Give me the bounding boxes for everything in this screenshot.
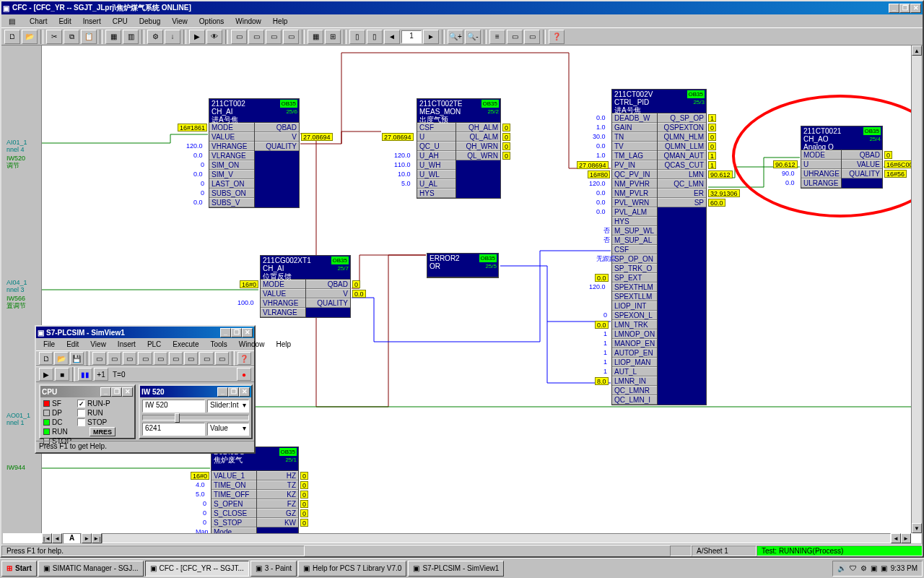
- tray-icon[interactable]: ⚙: [860, 564, 867, 572]
- output-pin[interactable]: QH_ALM: [456, 123, 500, 132]
- save-icon[interactable]: 💾: [70, 352, 84, 365]
- input-pin[interactable]: VALUE: [209, 132, 254, 142]
- chart-icon[interactable]: ▥: [123, 30, 139, 44]
- input-pin[interactable]: HYS: [612, 217, 657, 226]
- input-pin[interactable]: TN: [612, 132, 657, 142]
- output-pin[interactable]: V: [306, 289, 350, 298]
- zoom-in-icon[interactable]: 🔍+: [448, 30, 463, 44]
- minimize-button[interactable]: _: [889, 4, 899, 13]
- iw-format-select[interactable]: Slider:Int▾: [207, 400, 249, 413]
- input-pin[interactable]: SP_EXT: [612, 273, 657, 282]
- input-pin[interactable]: LIOP_INT: [612, 301, 657, 311]
- menu-help[interactable]: Help: [271, 340, 295, 349]
- menu-edit[interactable]: Edit: [62, 340, 83, 349]
- menu-insert[interactable]: Insert: [113, 340, 140, 349]
- input-pin[interactable]: VLRANGE: [261, 308, 305, 317]
- step-icon[interactable]: +1: [94, 368, 108, 381]
- start-button[interactable]: ⊞ Start: [1, 561, 37, 577]
- first-sheet-icon[interactable]: |◄: [42, 533, 52, 543]
- prev-icon[interactable]: ◄: [384, 30, 400, 44]
- input-pin[interactable]: GAIN: [612, 123, 657, 132]
- next-sheet-icon[interactable]: ►: [82, 533, 92, 543]
- tb-icon[interactable]: ▭: [138, 352, 152, 365]
- minimize-button[interactable]: _: [220, 328, 231, 337]
- test-icon[interactable]: ▶: [189, 30, 205, 44]
- input-pin[interactable]: M_SUP_AL: [612, 236, 657, 245]
- next-icon[interactable]: ►: [423, 30, 439, 44]
- maximize-button[interactable]: ❐: [228, 387, 239, 397]
- input-pin[interactable]: U: [801, 160, 841, 169]
- tb-icon[interactable]: ▭: [231, 30, 247, 44]
- checkbox-run-p[interactable]: ✓: [77, 400, 85, 407]
- input-pin[interactable]: SUBS_V: [209, 198, 254, 207]
- input-pin[interactable]: NM_PVHR: [612, 179, 657, 189]
- input-pin[interactable]: PVL_WRN: [612, 198, 657, 207]
- help-icon[interactable]: ❓: [237, 352, 251, 365]
- margin-tag[interactable]: AO01_1nnel 1: [6, 411, 38, 426]
- menu-plc[interactable]: PLC: [143, 340, 165, 349]
- iw-address-field[interactable]: IW 520: [142, 400, 205, 413]
- function-block[interactable]: D9DI3DO焦炉废气OB3525/1VALUE_1TIME_ONTIME_OF…: [211, 447, 299, 533]
- clock[interactable]: 9:33 PM: [891, 564, 918, 572]
- checkbox-stop[interactable]: [77, 418, 85, 426]
- output-pin[interactable]: KZ: [257, 490, 298, 499]
- input-pin[interactable]: LMNR_IN: [612, 376, 657, 386]
- page-field[interactable]: 1: [401, 30, 422, 43]
- output-pin[interactable]: GZ: [257, 509, 298, 518]
- tb-icon[interactable]: ≡: [489, 30, 505, 44]
- tb-icon[interactable]: ▭: [184, 352, 198, 365]
- input-pin[interactable]: VHRANGE: [261, 298, 305, 308]
- input-pin[interactable]: U_WH: [417, 160, 456, 170]
- input-pin[interactable]: UHRANGE: [801, 169, 841, 178]
- stop-icon[interactable]: ■: [55, 368, 69, 381]
- input-pin[interactable]: VALUE: [261, 289, 305, 298]
- input-pin[interactable]: TV: [612, 142, 657, 151]
- input-pin[interactable]: MANOP_EN: [612, 339, 657, 348]
- help-icon[interactable]: ❓: [549, 30, 565, 44]
- input-pin[interactable]: CSF: [612, 245, 657, 254]
- output-pin[interactable]: HZ: [257, 471, 298, 480]
- input-pin[interactable]: S_OPEN: [212, 499, 256, 509]
- menu-options[interactable]: Options: [195, 17, 228, 26]
- taskbar-item[interactable]: ▣CFC - [CFC_YR -- SGJT...: [145, 561, 249, 577]
- cfc-titlebar[interactable]: ▣ CFC - [CFC_YR -- SGJT_JLprj\焦炉煤气系统 ONL…: [1, 1, 923, 14]
- iw-titlebar[interactable]: IW 520 _ ❐ ✕: [140, 386, 251, 397]
- input-pin[interactable]: ULRANGE: [801, 178, 841, 188]
- menu-edit[interactable]: Edit: [54, 17, 75, 26]
- taskbar-item[interactable]: ▣3 - Paint: [250, 561, 297, 577]
- overview-icon[interactable]: ⊞: [325, 30, 341, 44]
- output-pin[interactable]: QL_WRN: [456, 151, 500, 160]
- menu-execute[interactable]: Execute: [168, 340, 203, 349]
- iw-vformat-select[interactable]: Value▾: [207, 423, 249, 436]
- close-button[interactable]: ✕: [910, 4, 921, 13]
- output-pin[interactable]: QLMN_HLM: [658, 132, 706, 142]
- input-pin[interactable]: LAST_ON: [209, 179, 254, 189]
- close-button[interactable]: ✕: [239, 387, 250, 397]
- menu-chart[interactable]: Chart: [25, 17, 51, 26]
- input-pin[interactable]: SPEXON_L: [612, 311, 657, 320]
- output-pin[interactable]: QCAS_CUT: [658, 160, 706, 170]
- menu-insert[interactable]: Insert: [79, 17, 105, 26]
- input-pin[interactable]: TIME_OFF: [212, 490, 256, 499]
- output-pin[interactable]: QBAD: [842, 150, 882, 160]
- input-pin[interactable]: LIOP_MAN: [612, 358, 657, 367]
- output-pin[interactable]: QMAN_AUT: [658, 151, 706, 160]
- input-pin[interactable]: M_SUP_WL: [612, 226, 657, 236]
- scroll-down-icon[interactable]: ▼: [912, 523, 922, 533]
- mdi-icon[interactable]: ▤: [4, 17, 19, 26]
- plcsim-titlebar[interactable]: ▣ S7-PLCSIM - SimView1 _ ❐ ✕: [36, 327, 254, 338]
- input-pin[interactable]: S_STOP: [212, 518, 256, 527]
- tb-icon[interactable]: ▭: [266, 30, 282, 44]
- plcsim-window[interactable]: ▣ S7-PLCSIM - SimView1 _ ❐ ✕ FileEditVie…: [35, 325, 256, 454]
- menu-help[interactable]: Help: [269, 17, 292, 26]
- function-block[interactable]: ERROR2OROB3525/5: [427, 253, 499, 278]
- taskbar-item[interactable]: ▣S7-PLCSIM - SimView1: [408, 561, 504, 577]
- scroll-up-icon[interactable]: ▲: [912, 46, 922, 56]
- input-pin[interactable]: QC_U: [417, 142, 456, 151]
- input-pin[interactable]: SIM_ON: [209, 160, 254, 170]
- zoom-out-icon[interactable]: 🔍-: [465, 30, 481, 44]
- input-pin[interactable]: SPEXTHLM: [612, 282, 657, 292]
- run-icon[interactable]: ▶: [39, 368, 53, 381]
- tray-icon[interactable]: ▣: [871, 564, 877, 572]
- menu-file[interactable]: File: [39, 340, 59, 349]
